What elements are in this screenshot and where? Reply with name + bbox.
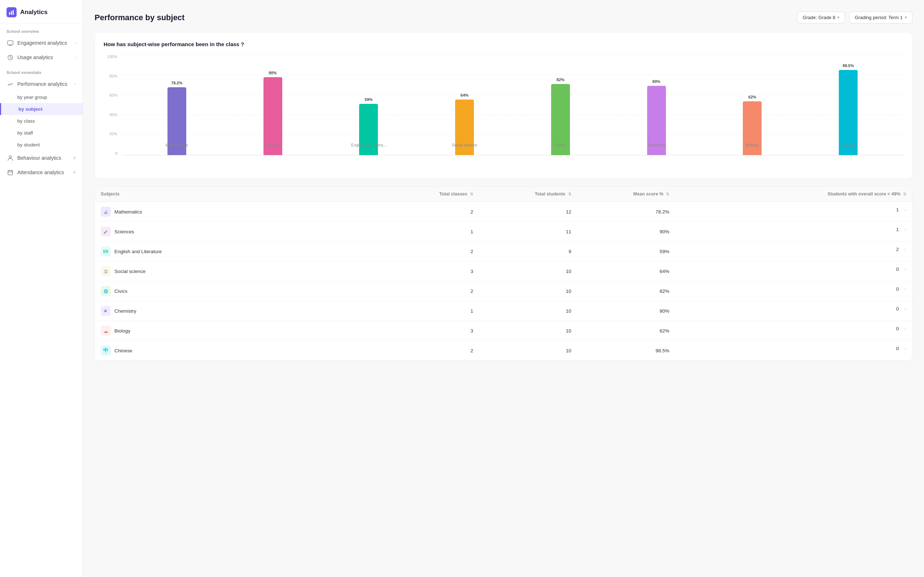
table-row: ⚖️Social science31064%0› [95, 261, 912, 281]
row-chevron-right[interactable]: › [905, 345, 906, 351]
mean-score: 98.5% [577, 341, 675, 361]
x-axis-label: Civics [512, 143, 609, 147]
sidebar-subitem-by-staff[interactable]: by staff [0, 127, 82, 139]
row-chevron-right[interactable]: › [905, 206, 906, 213]
low-score-cell[interactable]: 0› [675, 321, 912, 336]
col-low-score[interactable]: Students with overall score < 49% ⇅ [675, 187, 912, 202]
row-chevron-right[interactable]: › [905, 246, 906, 252]
table-row: 🔬Mathematics21278.2%1› [95, 202, 912, 222]
low-score-value: 0 [896, 326, 899, 331]
subject-cell: ENEnglish and Literature [101, 246, 375, 256]
sidebar-item-engagement[interactable]: Engagement analytics › [0, 36, 82, 50]
usage-label: Usage analytics [17, 55, 53, 60]
sidebar-item-attendance[interactable]: Attendance analytics + [0, 165, 82, 180]
x-axis-label: Biology [704, 143, 801, 147]
subject-name: Civics [115, 288, 128, 294]
usage-chevron: › [75, 55, 76, 60]
y-axis-label: 80% [103, 74, 120, 78]
col-mean-score[interactable]: Mean score % ⇅ [577, 187, 675, 202]
grade-filter-button[interactable]: Grade: Grade 8 ▾ [797, 11, 845, 23]
low-score-cell[interactable]: 1› [675, 202, 912, 217]
row-chevron-right[interactable]: › [905, 306, 906, 311]
subject-cell: 🔬Mathematics [101, 206, 375, 217]
school-overview-label: School overview [0, 23, 82, 36]
y-axis-label: 40% [103, 113, 120, 117]
total-students: 10 [479, 301, 577, 321]
total-classes: 1 [381, 222, 479, 242]
behaviour-icon [6, 154, 14, 161]
total-classes: 2 [381, 281, 479, 301]
row-chevron-right[interactable]: › [905, 326, 906, 331]
usage-icon [6, 54, 14, 61]
row-chevron-right[interactable]: › [905, 266, 906, 272]
sidebar-logo: Analytics [0, 0, 82, 23]
app-name: Analytics [20, 9, 48, 16]
subject-name: English and Literature [115, 249, 162, 254]
attendance-plus: + [73, 169, 76, 176]
sort-mean-icon: ⇅ [666, 192, 669, 196]
bar-value-label: 59% [365, 97, 373, 102]
chart-card: How has subject-wise performance been in… [95, 32, 913, 179]
row-chevron-right[interactable]: › [905, 226, 906, 232]
subject-icon: 🔬 [101, 206, 111, 217]
attendance-icon [6, 169, 14, 176]
total-students: 12 [479, 202, 577, 222]
x-axis-label: Mathematics [129, 143, 225, 147]
row-chevron-right[interactable]: › [905, 286, 906, 292]
performance-chevron: › [73, 83, 78, 85]
sidebar-item-usage[interactable]: Usage analytics › [0, 50, 82, 64]
low-score-cell[interactable]: 0› [675, 281, 912, 297]
sidebar-item-behaviour[interactable]: Behaviour analytics + [0, 151, 82, 165]
grading-period-filter-button[interactable]: Grading period: Term 1 ▾ [849, 11, 913, 23]
sidebar-subitem-by-student[interactable]: by student [0, 139, 82, 151]
chart-title: How has subject-wise performance been in… [103, 41, 903, 47]
y-axis-label: 100% [103, 55, 120, 59]
mean-score: 62% [577, 321, 675, 341]
chart-area: 78.2%90%59%64%82%80%62%98.5% Mathematics… [122, 55, 903, 155]
subject-cell: 🌐Civics [101, 286, 375, 296]
bar-value-label: 98.5% [843, 63, 854, 68]
main-content: Performance by subject Grade: Grade 8 ▾ … [83, 0, 924, 577]
mean-score: 82% [577, 281, 675, 301]
mean-score: 90% [577, 222, 675, 242]
sidebar-subitem-by-year-group[interactable]: by year group [0, 91, 82, 103]
total-classes: 3 [381, 261, 479, 281]
low-score-cell[interactable]: 1› [675, 222, 912, 237]
engagement-icon [6, 39, 14, 47]
subject-name: Mathematics [115, 209, 142, 214]
grading-period-filter-label: Grading period: Term 1 [855, 15, 903, 20]
total-classes: 2 [381, 341, 479, 361]
behaviour-plus: + [73, 155, 76, 161]
grade-filter-chevron: ▾ [837, 15, 840, 20]
subject-icon: 中 [101, 345, 111, 356]
subject-icon: ⚗️ [101, 306, 111, 316]
sidebar-item-performance[interactable]: Performance analytics › [0, 77, 82, 91]
sidebar: Analytics School overview Engagement ana… [0, 0, 83, 577]
x-axis-label: Chemistry [609, 143, 704, 147]
y-axis-label: 60% [103, 93, 120, 97]
col-students[interactable]: Total students ⇅ [479, 187, 577, 202]
subject-cell: ⚖️Social science [101, 266, 375, 276]
low-score-cell[interactable]: 2› [675, 242, 912, 257]
low-score-value: 1 [896, 207, 899, 213]
sidebar-subitem-by-class[interactable]: by class [0, 115, 82, 127]
subject-icon: ⚖️ [101, 266, 111, 276]
table-row: ⚗️Chemistry11080%0› [95, 301, 912, 321]
svg-rect-1 [11, 11, 12, 15]
svg-rect-3 [8, 41, 13, 45]
page-header: Performance by subject Grade: Grade 8 ▾ … [95, 11, 913, 23]
x-axis: MathematicsSciencesEnglish and Litera...… [122, 141, 903, 155]
col-classes[interactable]: Total classes ⇅ [381, 187, 479, 202]
total-students: 10 [479, 321, 577, 341]
low-score-cell[interactable]: 0› [675, 341, 912, 356]
low-score-cell[interactable]: 0› [675, 301, 912, 316]
low-score-cell[interactable]: 0› [675, 261, 912, 277]
low-score-value: 0 [896, 346, 899, 351]
low-score-value: 0 [896, 266, 899, 272]
total-students: 9 [479, 242, 577, 261]
bar-value-label: 82% [557, 77, 564, 82]
total-classes: 2 [381, 202, 479, 222]
x-axis-label: English and Litera... [321, 143, 417, 147]
svg-rect-2 [13, 10, 14, 15]
sidebar-subitem-by-subject[interactable]: by subject [0, 103, 82, 115]
